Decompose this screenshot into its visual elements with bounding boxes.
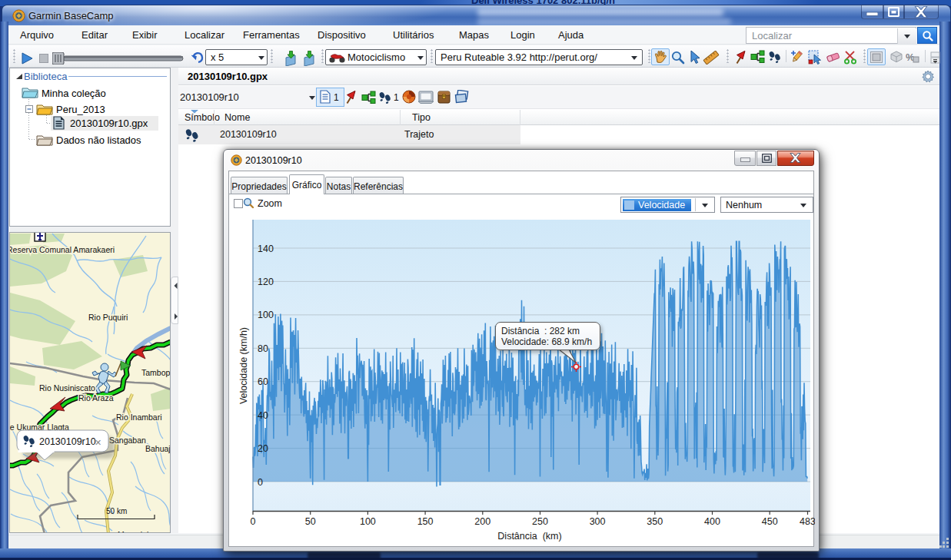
svg-text:450: 450	[762, 516, 778, 527]
svg-text:60: 60	[258, 376, 268, 387]
svg-text:483: 483	[800, 516, 815, 527]
svg-text:Bahuaja: Bahuaja	[145, 444, 170, 453]
svg-text:Rio Puquiri: Rio Puquiri	[88, 313, 128, 322]
svg-text:40: 40	[258, 410, 268, 421]
svg-text:Manuripi: Manuripi	[118, 530, 148, 532]
svg-text:250: 250	[532, 516, 548, 527]
svg-text:✕: ✕	[95, 438, 101, 447]
svg-text:Velocidade (km/h): Velocidade (km/h)	[238, 327, 249, 404]
svg-text:200: 200	[474, 516, 490, 527]
svg-text:20: 20	[258, 443, 268, 454]
svg-text:Distância (km): Distância (km)	[497, 531, 561, 542]
svg-text:350: 350	[647, 516, 663, 527]
svg-text:0: 0	[258, 477, 263, 488]
svg-text:150: 150	[417, 516, 434, 527]
svg-text:Rio Nusiniscato: Rio Nusiniscato	[39, 383, 95, 393]
svg-text:300: 300	[590, 516, 606, 527]
svg-text:Reserva Comunal Amarakaeri: Reserva Comunal Amarakaeri	[10, 245, 115, 254]
svg-text:120: 120	[258, 277, 274, 287]
svg-text:Rio Inambari: Rio Inambari	[116, 413, 162, 422]
svg-text:Sangaban: Sangaban	[109, 436, 146, 445]
svg-text:100: 100	[258, 310, 274, 320]
svg-text:140: 140	[258, 244, 274, 254]
svg-text:0: 0	[251, 516, 256, 527]
svg-text:100: 100	[360, 516, 376, 527]
svg-text:400: 400	[704, 516, 720, 527]
svg-text:Tambopat: Tambopat	[141, 368, 170, 377]
svg-text:50: 50	[305, 516, 316, 527]
svg-text:Rio Araza: Rio Araza	[78, 393, 114, 403]
svg-text:20130109r10: 20130109r10	[39, 436, 96, 447]
svg-text:50 km: 50 km	[106, 507, 127, 515]
svg-text:80: 80	[258, 343, 268, 354]
